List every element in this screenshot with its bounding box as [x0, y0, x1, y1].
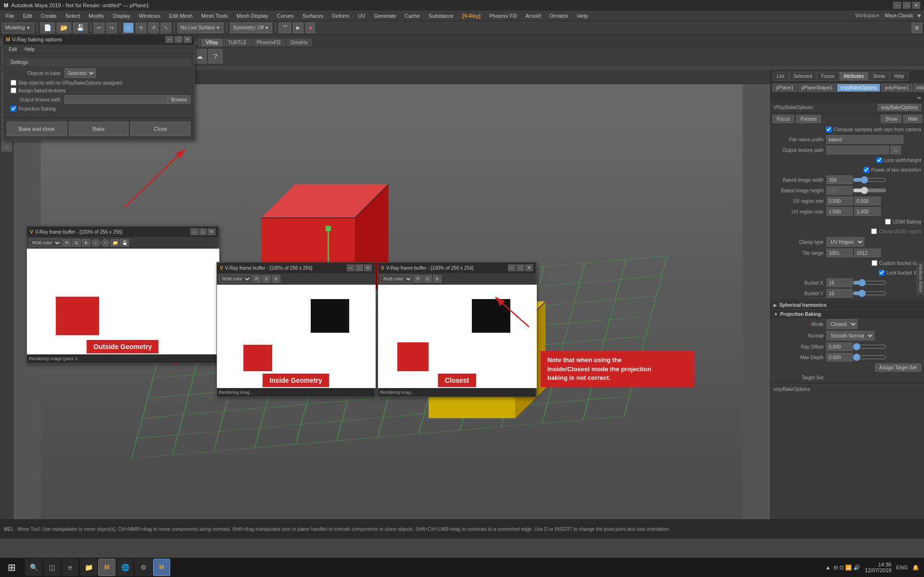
- new-btn[interactable]: 📄: [40, 23, 55, 33]
- power-two-checkbox[interactable]: [863, 167, 869, 173]
- max-depth-slider[interactable]: [853, 353, 886, 361]
- mode-select[interactable]: Closest Inside Outside: [826, 319, 858, 329]
- menu-cache[interactable]: Cache: [401, 12, 424, 20]
- udim-checkbox[interactable]: [885, 219, 891, 225]
- stop-btn[interactable]: ■: [305, 23, 315, 33]
- vfb1-btn1[interactable]: R: [63, 239, 71, 247]
- projection-baking-checkbox[interactable]: [11, 106, 16, 112]
- menu-generate[interactable]: Generate: [370, 12, 400, 20]
- vfb1-btn3[interactable]: B: [82, 239, 90, 247]
- menu-display[interactable]: Display: [109, 12, 134, 20]
- baking-maximize-btn[interactable]: □: [175, 36, 182, 43]
- compute-samples-checkbox[interactable]: [826, 126, 832, 132]
- spherical-harmonics-header[interactable]: ▶ Spherical harmonics: [771, 301, 924, 309]
- assign-baked-checkbox[interactable]: [11, 88, 16, 93]
- vfb1-btn7[interactable]: 💾: [120, 239, 129, 247]
- vfb1-maximize[interactable]: □: [199, 228, 207, 235]
- open-btn[interactable]: 📂: [57, 23, 71, 33]
- taskbar-icon-app[interactable]: ⚙: [135, 559, 152, 576]
- rpanel-hide-btn[interactable]: Hide: [903, 115, 922, 123]
- menu-deform[interactable]: Deform: [328, 12, 353, 20]
- lock-bucket-checkbox[interactable]: [879, 270, 885, 276]
- mode-dropdown[interactable]: Modeling ▼: [2, 23, 34, 33]
- rpanel-node-pplaneshape1[interactable]: pPlaneShape1: [798, 84, 836, 92]
- tile-x-input[interactable]: [826, 249, 853, 257]
- rpanel-tab-attributes[interactable]: Attributes: [839, 72, 868, 81]
- menu-file[interactable]: File: [2, 12, 18, 20]
- symmetry-btn[interactable]: Symmetry: Off ▼: [230, 23, 273, 33]
- uv-max-y-input[interactable]: [854, 207, 881, 216]
- vfb3-close[interactable]: ✕: [525, 264, 533, 271]
- render-btn[interactable]: 🎬: [278, 23, 291, 33]
- rotate-tool[interactable]: ↺: [148, 23, 159, 33]
- baking-menu-help[interactable]: Help: [21, 46, 38, 53]
- vfb3-btn3[interactable]: B: [433, 275, 442, 283]
- notification-icon[interactable]: 🔔: [912, 564, 919, 571]
- menu-edit-mesh[interactable]: Edit Mesh: [165, 12, 196, 20]
- baked-width-input[interactable]: [826, 176, 853, 184]
- baking-menu-edit[interactable]: Edit: [5, 46, 21, 53]
- ray-offset-input[interactable]: [826, 342, 853, 351]
- vfb3-minimize[interactable]: ─: [508, 264, 516, 271]
- vfb3-color-dropdown[interactable]: RGB color: [380, 275, 413, 283]
- vfb1-color-dropdown[interactable]: RGB color: [29, 238, 62, 247]
- left-icon-7[interactable]: □: [1, 141, 12, 151]
- tab-vray[interactable]: VRay: [201, 38, 223, 47]
- icons-panel[interactable]: ⊞: [911, 23, 922, 33]
- menu-help[interactable]: Help: [573, 12, 592, 20]
- uv-min-y-input[interactable]: [854, 197, 881, 205]
- rpanel-tab-selected[interactable]: Selected: [789, 72, 817, 81]
- rpanel-show-btn[interactable]: Show: [881, 115, 901, 123]
- menu-windows[interactable]: Windows: [135, 12, 165, 20]
- baking-close-btn[interactable]: ✕: [184, 36, 191, 43]
- taskbar-icon-maya-active[interactable]: M: [153, 559, 170, 576]
- taskbar-icon-task[interactable]: ◫: [43, 559, 61, 576]
- shelf-icon-question[interactable]: ?: [208, 49, 223, 63]
- menu-arnold[interactable]: Arnold: [521, 12, 544, 20]
- lock-wh-checkbox[interactable]: [876, 157, 882, 163]
- vfb1-btn2[interactable]: G: [72, 239, 81, 247]
- move-tool[interactable]: ✛: [136, 23, 146, 33]
- rpanel-node-initialsha[interactable]: initialSha...: [913, 84, 924, 92]
- vfb2-btn1[interactable]: R: [253, 275, 261, 283]
- close-btn[interactable]: ✕: [912, 2, 920, 9]
- rpanel-presets-btn[interactable]: Presets: [796, 115, 821, 123]
- rpanel-tab-help[interactable]: Help: [890, 72, 909, 81]
- baked-height-input[interactable]: [826, 186, 853, 195]
- bucket-x-input[interactable]: [826, 278, 853, 287]
- taskbar-icon-search[interactable]: 🔍: [25, 559, 42, 576]
- skip-checkbox[interactable]: [11, 80, 16, 86]
- baking-minimize-btn[interactable]: ─: [165, 36, 173, 43]
- browse-btn[interactable]: Browse: [168, 95, 190, 104]
- bake-btn[interactable]: Bake: [69, 122, 129, 136]
- vfb3-maximize[interactable]: □: [517, 264, 524, 271]
- menu-mesh-tools[interactable]: Mesh Tools: [197, 12, 231, 20]
- vfb2-btn3[interactable]: B: [272, 275, 280, 283]
- rpanel-expand-btn[interactable]: ⇥: [914, 94, 922, 101]
- vfb2-btn2[interactable]: G: [262, 275, 271, 283]
- taskbar-icon-mayabg[interactable]: M: [98, 559, 115, 576]
- vfb1-btn6[interactable]: 📁: [111, 239, 119, 247]
- filename-input[interactable]: [826, 135, 903, 144]
- taskbar-icon-edge[interactable]: e: [62, 559, 79, 576]
- objects-select[interactable]: Selected: [64, 68, 96, 78]
- menu-create[interactable]: Create: [37, 12, 61, 20]
- output-input[interactable]: [64, 95, 168, 104]
- tab-ornatrix[interactable]: Ornatrix: [286, 38, 313, 47]
- vray-options-value[interactable]: vrayBakeOptions: [878, 104, 921, 111]
- menu-curves[interactable]: Curves: [273, 12, 298, 20]
- menu-edit[interactable]: Edit: [19, 12, 36, 20]
- max-depth-input[interactable]: [826, 353, 853, 362]
- tab-turtle[interactable]: TURTLE: [223, 38, 252, 47]
- rpanel-focus-btn[interactable]: Focus: [772, 115, 794, 123]
- vfb3-btn2[interactable]: G: [423, 275, 432, 283]
- normal-select[interactable]: Smooth Normal: [826, 331, 874, 340]
- menu-select[interactable]: Select: [62, 12, 84, 20]
- menu-mesh-display[interactable]: Mesh Display: [233, 12, 272, 20]
- menu-surfaces[interactable]: Surfaces: [299, 12, 327, 20]
- no-live-surface[interactable]: No Live Surface ▼: [177, 23, 224, 33]
- ipr-btn[interactable]: ▶: [293, 23, 304, 33]
- scale-tool[interactable]: ⤡: [161, 23, 171, 33]
- rpanel-node-pplane1[interactable]: pPlane1: [772, 84, 797, 92]
- vfb2-close[interactable]: ✕: [364, 264, 372, 271]
